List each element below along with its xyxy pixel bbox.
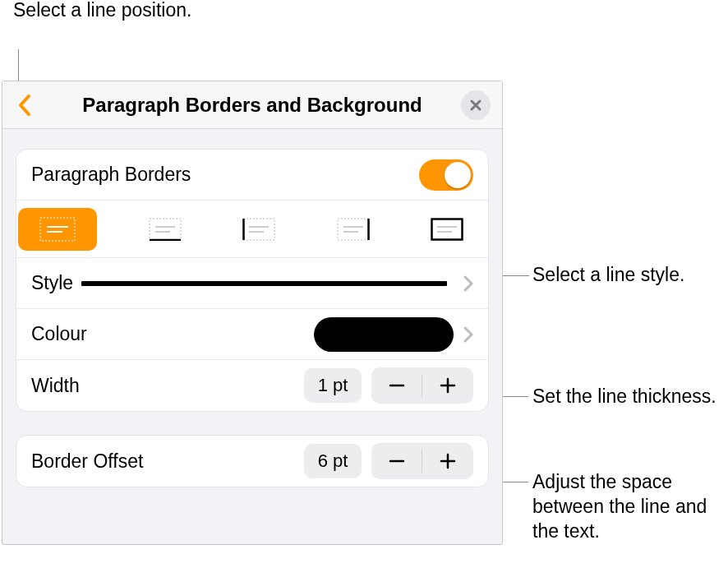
border-none-icon <box>39 217 76 242</box>
width-stepper-group: 1 pt <box>304 367 473 404</box>
plus-icon <box>439 452 457 470</box>
width-row: Width 1 pt <box>16 360 488 411</box>
width-label: Width <box>31 375 80 397</box>
offset-section: Border Offset 6 pt <box>16 435 489 487</box>
offset-stepper <box>371 443 473 479</box>
position-box[interactable] <box>421 210 473 249</box>
callout-offset: Adjust the space between the line and th… <box>532 470 721 544</box>
minus-icon <box>388 452 406 470</box>
offset-row: Border Offset 6 pt <box>16 436 488 487</box>
style-preview <box>81 281 447 286</box>
svg-rect-17 <box>432 219 463 239</box>
chevron-left-icon <box>17 94 32 117</box>
callout-thickness: Set the line thickness. <box>532 385 721 409</box>
back-button[interactable] <box>11 91 39 119</box>
format-panel: Paragraph Borders and Background Paragra… <box>2 81 503 545</box>
chevron-right-icon <box>463 326 473 343</box>
colour-swatch <box>314 317 454 352</box>
position-none[interactable] <box>18 208 97 251</box>
border-left-icon <box>242 218 275 241</box>
callout-style: Select a line style. <box>532 263 721 288</box>
borders-toggle-label: Paragraph Borders <box>31 164 191 186</box>
borders-section: Paragraph Borders <box>16 149 489 412</box>
position-bottom[interactable] <box>139 210 191 249</box>
panel-title: Paragraph Borders and Background <box>82 94 422 117</box>
border-right-icon <box>337 218 370 241</box>
svg-rect-5 <box>150 219 181 240</box>
close-button[interactable] <box>461 90 491 120</box>
borders-toggle-row: Paragraph Borders <box>16 150 488 201</box>
colour-label: Colour <box>31 323 87 345</box>
style-row[interactable]: Style <box>16 258 488 309</box>
offset-increment[interactable] <box>422 443 473 479</box>
offset-stepper-group: 6 pt <box>304 443 473 479</box>
border-position-row <box>16 201 488 258</box>
border-box-icon <box>431 218 463 241</box>
svg-rect-2 <box>40 218 75 241</box>
style-label: Style <box>31 272 73 294</box>
chevron-right-icon <box>463 275 473 292</box>
position-left[interactable] <box>233 210 285 249</box>
toggle-knob <box>445 162 471 188</box>
offset-value[interactable]: 6 pt <box>304 444 362 478</box>
width-value[interactable]: 1 pt <box>304 368 362 403</box>
width-increment[interactable] <box>422 367 473 404</box>
svg-rect-9 <box>243 219 274 240</box>
borders-toggle[interactable] <box>419 159 473 191</box>
border-bottom-icon <box>149 218 182 241</box>
offset-label: Border Offset <box>31 450 143 473</box>
width-stepper <box>371 367 473 404</box>
svg-rect-13 <box>338 219 369 240</box>
plus-icon <box>439 376 457 395</box>
width-decrement[interactable] <box>371 367 422 404</box>
close-icon <box>469 99 482 112</box>
offset-decrement[interactable] <box>371 443 422 479</box>
colour-row[interactable]: Colour <box>16 309 488 360</box>
minus-icon <box>388 376 406 395</box>
callout-position: Select a line position. <box>13 0 191 23</box>
position-right[interactable] <box>327 210 380 249</box>
panel-header: Paragraph Borders and Background <box>2 81 502 129</box>
